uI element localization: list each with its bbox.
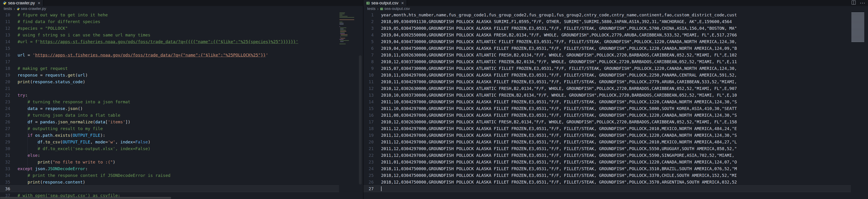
csv-row[interactable]: 252018,12,0304750000,GROUNDFISH POLLOCK … [364, 172, 851, 179]
code-line[interactable]: 13# using f string so i can use the same… [0, 32, 339, 38]
minimap-line [851, 33, 864, 34]
code-line[interactable]: 11# find data for different species [0, 18, 339, 25]
csv-row[interactable]: 22018,09,0304991130,GROUNDFISH POLLOCK A… [364, 18, 851, 25]
line-number: 2 [364, 18, 374, 25]
csv-row[interactable]: 82010,12,0303730000,GROUNDFISH POLLOCK A… [364, 58, 851, 65]
minimap-line [851, 41, 864, 42]
code-line[interactable]: 14#url = f'https://apps-st.fisheries.noa… [0, 38, 339, 45]
minimap-line [851, 12, 864, 13]
code-line[interactable]: 26 df = pandas.json_normalize(data['item… [0, 119, 339, 125]
code-line[interactable]: 27 # outputting result to my file [0, 125, 339, 132]
csv-row[interactable]: 92015,07,0304730000,GROUNDFISH POLLOCK A… [364, 65, 851, 72]
line-number: 33 [0, 165, 10, 172]
csv-row[interactable]: 232011,01,0304297000,GROUNDFISH POLLOCK … [364, 159, 851, 165]
minimap-line [851, 36, 864, 36]
more-actions-icon[interactable]: ⋯ [860, 0, 865, 6]
line-text: 2011,10,0304297000,GROUNDFISH POLLOCK AL… [381, 100, 737, 104]
close-icon[interactable]: × [401, 1, 404, 5]
csv-file-icon [380, 7, 383, 10]
code-line[interactable]: 16url = 'https://apps-st.fisheries.noaa.… [0, 52, 339, 58]
vertical-scrollbar-thumb[interactable] [359, 55, 362, 185]
breadcrumb-folder[interactable]: tests [367, 6, 375, 11]
csv-row[interactable]: 222011,12,0304297000,GROUNDFISH POLLOCK … [364, 152, 851, 159]
tab-sea-crawler[interactable]: sea-crawler.py × [0, 0, 43, 6]
code-line[interactable]: 22try: [0, 92, 339, 98]
minimap-line [339, 19, 354, 20]
breadcrumb-file[interactable]: sea-crawler.py [21, 6, 46, 11]
minimap-line [851, 13, 864, 14]
minimap-line [339, 12, 345, 13]
code-line[interactable]: 10# figure out way to get into it hehe [0, 11, 339, 18]
tab-sea-output[interactable]: sea-output.csv × [364, 0, 407, 6]
line-number: 4 [364, 32, 374, 38]
line-number: 22 [364, 152, 374, 159]
code-line[interactable]: 32 print("no file to write to :(") [0, 159, 339, 165]
line-number: 13 [0, 32, 10, 38]
csv-row[interactable]: 192011,12,0304297000,GROUNDFISH POLLOCK … [364, 132, 851, 138]
line-number: 28 [0, 132, 10, 138]
csv-row[interactable]: 242018,11,0304750000,GROUNDFISH POLLOCK … [364, 165, 851, 172]
code-line[interactable]: 20print(response.status_code) [0, 78, 339, 85]
line-text: year,month,hts_number,name,fus_group_cod… [381, 12, 737, 17]
csv-row[interactable]: 102010,11,0304297000,GROUNDFISH POLLOCK … [364, 72, 851, 78]
close-icon[interactable]: × [38, 1, 40, 5]
code-line[interactable]: 30 # df.to_excel('sea-output.xlsx', inde… [0, 145, 339, 152]
csv-row[interactable]: 1year,month,hts_number,name,fus_group_co… [364, 11, 851, 18]
split-editor-icon[interactable] [851, 0, 856, 6]
line-text: # outputting result to my file [18, 126, 103, 131]
csv-row[interactable]: 162011,08,0304297000,GROUNDFISH POLLOCK … [364, 112, 851, 119]
minimap-line [851, 25, 864, 26]
csv-row[interactable]: 52019,04,0304730000,GROUNDFISH POLLOCK A… [364, 38, 851, 45]
code-line[interactable]: 35 print(response.content) [0, 179, 339, 186]
code-line[interactable]: 17 [0, 58, 339, 65]
breadcrumb-file[interactable]: sea-output.csv [384, 6, 410, 11]
code-line[interactable]: 28 if os.path.exists(OUTPUT_FILE): [0, 132, 339, 138]
csv-row[interactable]: 42019,04,0302550000,GROUNDFISH POLLOCK A… [364, 32, 851, 38]
csv-row[interactable]: 202011,12,0304297000,GROUNDFISH POLLOCK … [364, 138, 851, 145]
line-number: 27 [364, 186, 374, 192]
csv-row[interactable]: 112010,11,0304297000,GROUNDFISH POLLOCK … [364, 78, 851, 85]
minimap-line [339, 17, 354, 18]
line-number: 5 [364, 38, 374, 45]
csv-row[interactable]: 142011,10,0304297000,GROUNDFISH POLLOCK … [364, 98, 851, 105]
breadcrumb-folder[interactable]: tests [4, 6, 12, 11]
line-text: 2015,07,0304730000,GROUNDFISH POLLOCK AT… [381, 66, 737, 71]
line-text: print("no file to write to :(") [18, 160, 115, 164]
csv-row[interactable]: 132010,10,0303730000,GROUNDFISH POLLOCK … [364, 92, 851, 98]
code-line[interactable]: 31 else: [0, 152, 339, 159]
csv-row[interactable]: 212011,12,0304297000,GROUNDFISH POLLOCK … [364, 145, 851, 152]
csv-row[interactable]: 262018,12,0304750000,GROUNDFISH POLLOCK … [364, 179, 851, 186]
code-line[interactable]: 18# making get request [0, 65, 339, 72]
code-line[interactable]: 33except json.JSONDecodeError: [0, 165, 339, 172]
code-line[interactable]: 29 df.to_csv(OUTPUT_FILE, mode='w', inde… [0, 138, 339, 145]
code-editor-csv[interactable]: 1year,month,hts_number,name,fus_group_co… [364, 11, 851, 199]
minimap-line [851, 37, 864, 37]
code-line[interactable]: 12#species = "POLLOCK" [0, 25, 339, 32]
csv-row[interactable]: 152011,10,0304297000,GROUNDFISH POLLOCK … [364, 105, 851, 112]
line-text: 2019,04,0302550000,GROUNDFISH POLLOCK AL… [381, 33, 737, 37]
line-number: 31 [0, 152, 10, 159]
csv-row[interactable]: 72010,11,0302630000,GROUNDFISH POLLOCK A… [364, 52, 851, 58]
line-text: except json.JSONDecodeError: [18, 166, 88, 171]
csv-row[interactable]: 182011,12,0304297000,GROUNDFISH POLLOCK … [364, 125, 851, 132]
code-line[interactable]: 21 [0, 85, 339, 92]
csv-row[interactable]: 122010,12,0302630000,GROUNDFISH POLLOCK … [364, 85, 851, 92]
csv-row[interactable]: 62019,04,0304750000,GROUNDFISH POLLOCK A… [364, 45, 851, 52]
horizontal-scrollbar-thumb[interactable] [0, 197, 171, 199]
code-editor-python[interactable]: 10# figure out way to get into it hehe11… [0, 11, 339, 199]
code-line[interactable]: 25 # turning json data into a flat table [0, 112, 339, 119]
minimap-line [340, 29, 344, 29]
minimap-line [339, 16, 347, 16]
code-line[interactable]: 15 [0, 45, 339, 52]
minimap-right[interactable] [851, 11, 865, 199]
csv-row[interactable]: 32019,05,0304750000,GROUNDFISH POLLOCK A… [364, 25, 851, 32]
csv-row[interactable]: 172010,12,0302630000,GROUNDFISH POLLOCK … [364, 119, 851, 125]
code-line[interactable]: 19response = requests.get(url) [0, 72, 339, 78]
csv-row[interactable]: 27 [364, 186, 851, 192]
code-line[interactable]: 24 data = response.json() [0, 105, 339, 112]
minimap-left[interactable] [339, 11, 355, 199]
code-line[interactable]: 34 # print the response content if JSOND… [0, 172, 339, 179]
code-line[interactable]: 36 [0, 186, 339, 192]
minimap-line [340, 28, 346, 28]
code-line[interactable]: 23 # turning the response into a json fo… [0, 98, 339, 105]
